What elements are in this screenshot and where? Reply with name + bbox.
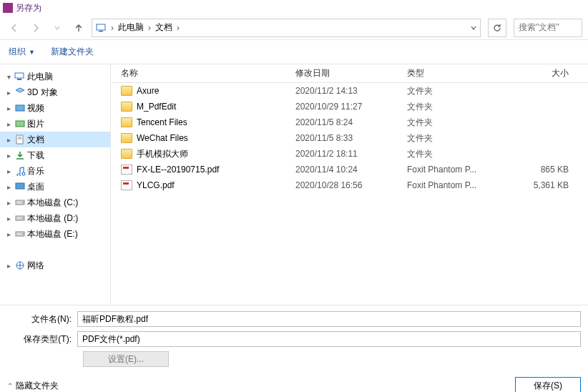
chevron-right-icon: › <box>148 23 151 33</box>
tree-item[interactable]: ▸3D 对象 <box>0 84 110 100</box>
tree-item[interactable]: ▸下载 <box>0 147 110 163</box>
tree-item[interactable]: ▸桌面 <box>0 179 110 195</box>
pdf-icon <box>121 180 132 190</box>
expand-icon[interactable]: ▸ <box>4 262 13 270</box>
expand-icon[interactable]: ▸ <box>4 136 13 144</box>
window-title: 另存为 <box>16 2 41 14</box>
dl-icon <box>14 150 26 161</box>
file-type: 文件夹 <box>407 148 511 160</box>
back-button[interactable] <box>6 19 23 36</box>
dropdown-icon[interactable]: ▼ <box>29 49 35 56</box>
svg-rect-10 <box>16 183 24 189</box>
folder-tree: ▾此电脑▸3D 对象▸视频▸图片▸文档▸下载▸音乐▸桌面▸本地磁盘 (C:)▸本… <box>0 64 111 305</box>
col-date[interactable]: 修改日期 <box>295 67 407 79</box>
col-size[interactable]: 大小 <box>511 67 576 79</box>
tree-item[interactable]: ▾此电脑 <box>0 69 110 84</box>
expand-icon[interactable]: ▸ <box>4 199 13 207</box>
new-folder-button[interactable]: 新建文件夹 <box>51 46 94 58</box>
filename-input[interactable]: 福昕PDF教程.pdf <box>77 311 581 327</box>
file-date: 2020/11/5 8:24 <box>295 117 407 127</box>
expand-icon[interactable]: ▸ <box>4 230 13 238</box>
collapse-icon[interactable]: ⌃ <box>7 382 13 390</box>
tree-item[interactable]: ▸视频 <box>0 100 110 116</box>
expand-icon[interactable]: ▾ <box>4 73 13 81</box>
file-date: 2020/10/29 11:27 <box>295 102 407 112</box>
organize-menu[interactable]: 组织 <box>9 46 26 58</box>
settings-button[interactable]: 设置(E)... <box>83 351 169 367</box>
tree-item-label: 本地磁盘 (C:) <box>27 197 78 209</box>
folder-icon <box>121 133 132 143</box>
net-icon <box>14 260 26 271</box>
svg-point-12 <box>22 202 24 203</box>
tree-item[interactable]: ▸本地磁盘 (E:) <box>0 226 110 242</box>
hide-folders-link[interactable]: 隐藏文件夹 <box>16 380 59 392</box>
expand-icon[interactable]: ▸ <box>4 89 13 97</box>
tree-item-label: 桌面 <box>27 181 44 193</box>
filetype-select[interactable]: PDF文件(*.pdf) <box>77 331 581 347</box>
expand-icon[interactable]: ▸ <box>4 183 13 191</box>
file-list: 名称 修改日期 类型 大小 Axure2020/11/2 14:13文件夹M_P… <box>111 64 588 305</box>
tree-item[interactable] <box>0 242 110 258</box>
expand-icon[interactable]: ▸ <box>4 215 13 222</box>
file-row[interactable]: WeChat Files2020/11/5 8:33文件夹 <box>111 130 588 146</box>
3d-icon <box>14 87 26 98</box>
disk-icon <box>14 228 26 240</box>
search-input[interactable]: 搜索"文档" <box>514 19 582 37</box>
doc-icon <box>14 134 26 145</box>
save-button[interactable]: 保存(S) <box>515 377 581 392</box>
file-row[interactable]: YLCG.pdf2020/10/28 16:56Foxit Phantom P.… <box>111 177 588 193</box>
file-row[interactable]: Tencent Files2020/11/5 8:24文件夹 <box>111 114 588 130</box>
expand-icon[interactable]: ▸ <box>4 167 13 175</box>
svg-point-14 <box>22 217 24 219</box>
toolbar: 组织 ▼ 新建文件夹 <box>0 40 588 64</box>
music-icon <box>14 165 26 177</box>
file-type: Foxit Phantom P... <box>407 180 511 190</box>
svg-rect-6 <box>16 135 23 144</box>
breadcrumb-seg-docs[interactable]: 文档 <box>155 21 172 34</box>
tree-item[interactable]: ▸图片 <box>0 116 110 132</box>
file-row[interactable]: FX-LE--20190715.pdf2020/11/4 10:24Foxit … <box>111 162 588 177</box>
address-bar[interactable]: › 此电脑 › 文档 › <box>92 19 481 37</box>
file-row[interactable]: M_PdfEdit2020/10/29 11:27文件夹 <box>111 99 588 114</box>
file-name: 手机模拟大师 <box>137 148 188 160</box>
folder-icon <box>121 102 132 112</box>
file-row[interactable]: Axure2020/11/2 14:13文件夹 <box>111 83 588 99</box>
expand-icon[interactable]: ▸ <box>4 120 13 128</box>
file-type: Foxit Phantom P... <box>407 165 511 175</box>
tree-item-label: 图片 <box>27 118 44 130</box>
filetype-label: 保存类型(T): <box>7 333 77 346</box>
tree-item[interactable]: ▸本地磁盘 (C:) <box>0 195 110 210</box>
tree-item-label: 音乐 <box>27 165 44 177</box>
tree-item-label: 视频 <box>27 102 44 114</box>
folder-icon <box>121 86 132 96</box>
file-type: 文件夹 <box>407 132 511 144</box>
file-date: 2020/11/2 18:11 <box>295 149 407 159</box>
breadcrumb-seg-pc[interactable]: 此电脑 <box>118 21 144 34</box>
svg-rect-3 <box>17 79 21 80</box>
svg-rect-1 <box>99 31 103 32</box>
file-type: 文件夹 <box>407 117 511 129</box>
address-dropdown-icon[interactable] <box>470 24 477 31</box>
col-type[interactable]: 类型 <box>407 67 511 79</box>
svg-rect-4 <box>16 105 24 111</box>
pdf-icon <box>121 165 132 175</box>
tree-item[interactable]: ▸文档 <box>0 132 110 147</box>
refresh-button[interactable] <box>488 19 506 37</box>
col-name[interactable]: 名称 <box>111 67 295 79</box>
forward-button[interactable] <box>27 19 44 36</box>
tree-item[interactable]: ▸本地磁盘 (D:) <box>0 210 110 226</box>
expand-icon[interactable]: ▸ <box>4 104 13 112</box>
tree-item[interactable]: ▸网络 <box>0 258 110 273</box>
tree-item[interactable]: ▸音乐 <box>0 163 110 179</box>
recent-dropdown[interactable] <box>49 19 66 36</box>
file-name: Tencent Files <box>137 117 187 127</box>
expand-icon[interactable]: ▸ <box>4 152 13 160</box>
file-date: 2020/11/5 8:33 <box>295 133 407 143</box>
up-button[interactable] <box>70 19 87 36</box>
file-row[interactable]: 手机模拟大师2020/11/2 18:11文件夹 <box>111 146 588 162</box>
svg-rect-2 <box>15 73 24 78</box>
file-name: YLCG.pdf <box>137 180 175 190</box>
file-type: 文件夹 <box>407 85 511 97</box>
blank-icon <box>14 244 26 255</box>
svg-rect-0 <box>97 24 105 30</box>
